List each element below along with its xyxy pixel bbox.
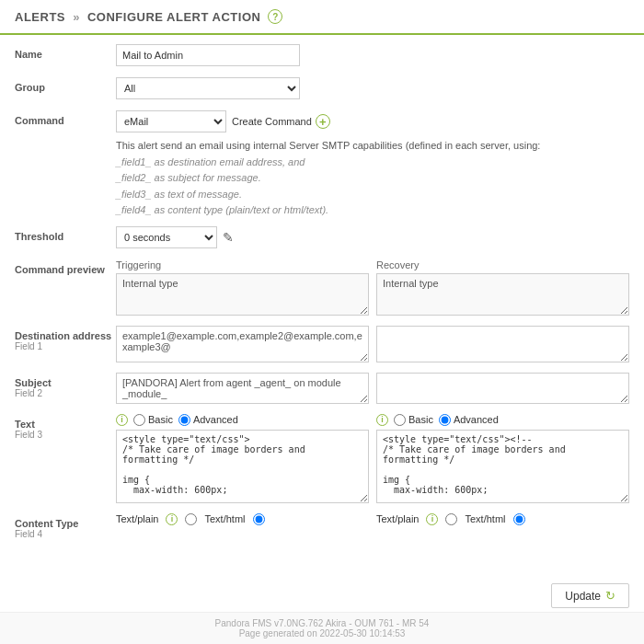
footer-line1: Pandora FMS v7.0NG.762 Akira - OUM 761 -… xyxy=(6,618,638,628)
content-type-two-col: Text/plain i Text/html xyxy=(116,513,629,525)
destination-row: Destination address Field 1 example1@exa… xyxy=(15,326,629,365)
footer-line2: Page generated on 2022-05-30 10:14:53 xyxy=(6,628,638,638)
page-header: ALERTS » CONFIGURE ALERT ACTION ? xyxy=(0,0,644,35)
text-html-label-left[interactable]: Text/html xyxy=(204,513,245,524)
email-type-select[interactable]: eMail xyxy=(116,110,226,132)
content-type-left-col: Text/plain i Text/html xyxy=(116,513,369,525)
basic-radio-left[interactable] xyxy=(133,414,145,426)
content-type-left-options: Text/plain i Text/html xyxy=(116,513,369,525)
subject-right-textarea[interactable] xyxy=(376,373,629,404)
advanced-radio-left[interactable] xyxy=(178,414,190,426)
command-row: Command eMail Create Command + This aler… xyxy=(15,110,629,219)
recovery-textarea[interactable]: Internal type xyxy=(376,273,629,316)
command-preview-row: Command preview Triggering Internal type… xyxy=(15,259,629,318)
text-html-radio-left[interactable] xyxy=(253,513,265,525)
recovery-label: Recovery xyxy=(376,259,629,270)
subject-row: Subject Field 2 [PANDORA] Alert from age… xyxy=(15,373,629,407)
text-plain-radio-right[interactable] xyxy=(445,513,457,525)
group-select[interactable]: All xyxy=(116,77,300,99)
command-preview-container: Triggering Internal type Recovery Intern… xyxy=(116,259,629,318)
command-field-container: eMail Create Command + This alert send a… xyxy=(116,110,629,219)
basic-radio-right[interactable] xyxy=(394,414,406,426)
content-type-label: Content Type Field 4 xyxy=(15,513,116,539)
text-right-col: i Basic Advanced <style type="text/css">… xyxy=(376,414,629,506)
name-label: Name xyxy=(15,44,116,60)
button-row: Update ↻ xyxy=(0,576,644,612)
recovery-col: Recovery Internal type xyxy=(376,259,629,318)
destination-left-textarea[interactable]: example1@example.com,example2@example.co… xyxy=(116,326,369,362)
command-description: This alert send an email using internal … xyxy=(116,138,629,219)
breadcrumb: ALERTS » CONFIGURE ALERT ACTION xyxy=(15,10,260,24)
subject-field-container: [PANDORA] Alert from agent _agent_ on mo… xyxy=(116,373,629,407)
text-right-textarea[interactable]: <style type="text/css"><!-- /* Take care… xyxy=(376,430,629,503)
name-input[interactable] xyxy=(116,44,300,66)
threshold-row: Threshold 0 seconds ✎ xyxy=(15,226,629,252)
group-field-container: All xyxy=(116,77,629,99)
refresh-icon: ↻ xyxy=(605,589,615,603)
content-type-field-container: Text/plain i Text/html xyxy=(116,513,629,525)
text-two-col: i Basic Advanced <style type="text/css">… xyxy=(116,414,629,506)
pencil-icon[interactable]: ✎ xyxy=(223,230,234,245)
advanced-label-left[interactable]: Advanced xyxy=(178,414,238,426)
group-row: Group All xyxy=(15,77,629,103)
preview-two-col: Triggering Internal type Recovery Intern… xyxy=(116,259,629,318)
name-row: Name xyxy=(15,44,629,70)
page-wrapper: ALERTS » CONFIGURE ALERT ACTION ? Name G… xyxy=(0,0,644,644)
text-left-mode-row: i Basic Advanced xyxy=(116,414,369,426)
text-left-col: i Basic Advanced <style type="text/css">… xyxy=(116,414,369,506)
basic-info-icon-left[interactable]: i xyxy=(116,414,128,426)
destination-label: Destination address Field 1 xyxy=(15,326,116,351)
text-plain-label-right[interactable]: Text/plain xyxy=(376,513,419,524)
text-row: Text Field 3 i Basic xyxy=(15,414,629,506)
subject-left-textarea[interactable]: [PANDORA] Alert from agent _agent_ on mo… xyxy=(116,373,369,404)
text-html-radio-right[interactable] xyxy=(513,513,525,525)
plus-circle-icon: + xyxy=(316,114,330,129)
threshold-controls: 0 seconds ✎ xyxy=(116,226,629,248)
triggering-textarea[interactable]: Internal type xyxy=(116,273,369,316)
subject-two-col: [PANDORA] Alert from agent _agent_ on mo… xyxy=(116,373,629,407)
advanced-radio-right[interactable] xyxy=(439,414,451,426)
content-type-info-icon-left[interactable]: i xyxy=(166,513,178,525)
command-label: Command xyxy=(15,110,116,126)
create-command-label: Create Command xyxy=(232,116,312,127)
text-plain-label-left[interactable]: Text/plain xyxy=(116,513,158,524)
text-right-mode-row: i Basic Advanced xyxy=(376,414,629,426)
threshold-field-container: 0 seconds ✎ xyxy=(116,226,629,248)
text-left-textarea[interactable]: <style type="text/css"> /* Take care of … xyxy=(116,430,369,503)
destination-field-container: example1@example.com,example2@example.co… xyxy=(116,326,629,365)
dest-left-col: example1@example.com,example2@example.co… xyxy=(116,326,369,365)
subject-label: Subject Field 2 xyxy=(15,373,116,398)
triggering-col: Triggering Internal type xyxy=(116,259,369,318)
text-html-label-right[interactable]: Text/html xyxy=(465,513,505,524)
basic-info-icon-right[interactable]: i xyxy=(376,414,388,426)
subject-right-col xyxy=(376,373,629,407)
dest-right-col xyxy=(376,326,629,365)
command-preview-label: Command preview xyxy=(15,259,116,275)
page-footer: Pandora FMS v7.0NG.762 Akira - OUM 761 -… xyxy=(0,612,644,644)
basic-label-right[interactable]: Basic xyxy=(394,414,433,426)
destination-right-textarea[interactable] xyxy=(376,326,629,362)
text-label: Text Field 3 xyxy=(15,414,116,440)
subject-left-col: [PANDORA] Alert from agent _agent_ on mo… xyxy=(116,373,369,407)
update-button[interactable]: Update ↻ xyxy=(551,583,629,608)
name-field-container xyxy=(116,44,629,66)
text-field-container: i Basic Advanced <style type="text/css">… xyxy=(116,414,629,506)
threshold-select[interactable]: 0 seconds xyxy=(116,226,217,248)
content-type-right-options: Text/plain i Text/html xyxy=(376,513,629,525)
update-label: Update xyxy=(565,590,601,603)
content-type-row: Content Type Field 4 Text/plain i Text/ xyxy=(15,513,629,539)
threshold-label: Threshold xyxy=(15,226,116,242)
group-label: Group xyxy=(15,77,116,93)
dest-two-col: example1@example.com,example2@example.co… xyxy=(116,326,629,365)
content-type-right-col: Text/plain i Text/html xyxy=(376,513,629,525)
basic-label-left[interactable]: Basic xyxy=(133,414,173,426)
advanced-label-right[interactable]: Advanced xyxy=(439,414,499,426)
triggering-label: Triggering xyxy=(116,259,369,270)
content-type-info-icon-right[interactable]: i xyxy=(426,513,438,525)
command-selector-row: eMail Create Command + xyxy=(116,110,629,132)
form-content: Name Group All Command eMail xyxy=(0,35,644,576)
help-icon[interactable]: ? xyxy=(268,9,282,24)
text-plain-radio-left[interactable] xyxy=(185,513,197,525)
create-command-button[interactable]: Create Command + xyxy=(232,114,330,129)
